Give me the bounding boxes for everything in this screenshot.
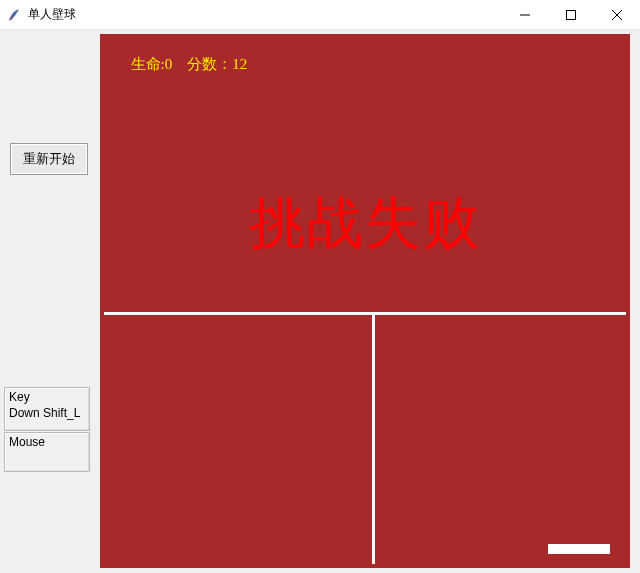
- key-debug-header: Key: [9, 390, 85, 406]
- window-titlebar: 单人壁球: [0, 0, 640, 30]
- key-debug-frame: Key Down Shift_L: [4, 387, 90, 431]
- tk-feather-icon: [6, 7, 22, 23]
- close-button[interactable]: [594, 0, 640, 30]
- paddle: [548, 544, 610, 554]
- game-over-text: 挑战失败: [100, 186, 630, 262]
- hud-score-value: 12: [232, 56, 247, 72]
- mouse-debug-frame: Mouse: [4, 432, 90, 472]
- canvas-divider-horizontal: [104, 312, 626, 315]
- minimize-button[interactable]: [502, 0, 548, 30]
- hud: 生命:0 分数：12: [108, 38, 247, 91]
- game-canvas[interactable]: 生命:0 分数：12 挑战失败: [100, 34, 630, 568]
- client-area: 重新开始 Key Down Shift_L Mouse 生命:0 分数：12 挑…: [0, 30, 640, 573]
- canvas-divider-vertical: [372, 312, 375, 564]
- hud-score-label: 分数：: [187, 56, 232, 72]
- key-debug-value: Down Shift_L: [9, 406, 85, 422]
- svg-rect-0: [567, 10, 576, 19]
- restart-button[interactable]: 重新开始: [10, 143, 88, 175]
- maximize-button[interactable]: [548, 0, 594, 30]
- hud-lives-label: 生命:: [131, 56, 165, 72]
- window-title: 单人壁球: [28, 6, 76, 23]
- mouse-debug-header: Mouse: [9, 435, 85, 451]
